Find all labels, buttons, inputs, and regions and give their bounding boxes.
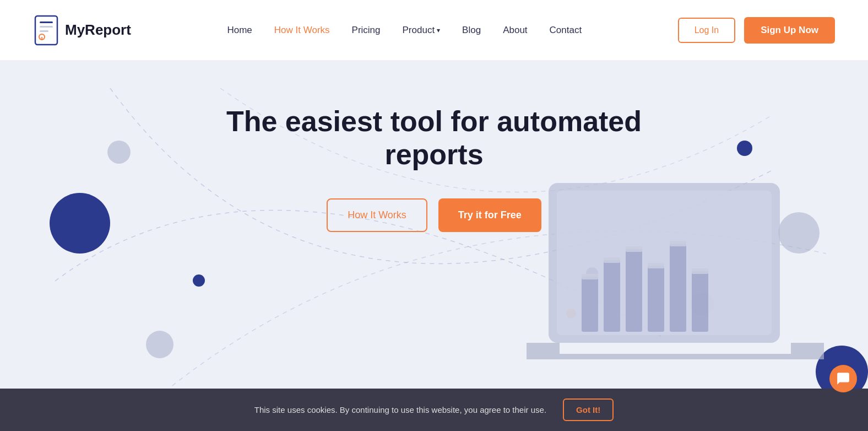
hero-section: The easiest tool for automated reports H… xyxy=(0,61,868,398)
cookie-banner: This site uses cookies. By continuing to… xyxy=(0,389,868,398)
svg-rect-3 xyxy=(40,30,48,32)
svg-rect-9 xyxy=(604,260,620,332)
svg-rect-13 xyxy=(692,271,708,332)
svg-rect-15 xyxy=(604,257,620,263)
logo-text: MyReport xyxy=(65,21,131,39)
svg-rect-8 xyxy=(582,277,598,332)
svg-rect-12 xyxy=(670,244,686,332)
svg-rect-10 xyxy=(626,249,642,332)
svg-rect-19 xyxy=(692,268,708,274)
hero-cta-buttons: How It Works Try it for Free xyxy=(327,198,541,232)
nav-home[interactable]: Home xyxy=(227,25,252,36)
svg-rect-17 xyxy=(648,263,664,268)
chat-icon xyxy=(836,371,850,386)
nav-blog[interactable]: Blog xyxy=(462,25,481,36)
svg-rect-18 xyxy=(670,241,686,246)
deco-circle-4 xyxy=(146,331,173,358)
hero-title: The easiest tool for automated reports xyxy=(208,105,660,171)
device-svg xyxy=(516,177,835,398)
nav-about[interactable]: About xyxy=(503,25,527,36)
svg-rect-2 xyxy=(40,26,53,28)
nav-contact[interactable]: Contact xyxy=(550,25,582,36)
logo[interactable]: a MyReport xyxy=(33,15,131,46)
svg-rect-16 xyxy=(626,246,642,252)
svg-rect-1 xyxy=(40,21,53,23)
main-nav: Home How It Works Pricing Product ▾ Blog… xyxy=(227,25,582,36)
deco-circle-2 xyxy=(50,193,110,254)
svg-text:a: a xyxy=(41,36,43,40)
svg-rect-14 xyxy=(582,274,598,279)
header: a MyReport Home How It Works Pricing Pro… xyxy=(0,0,868,61)
nav-pricing[interactable]: Pricing xyxy=(352,25,381,36)
how-it-works-button[interactable]: How It Works xyxy=(327,198,427,232)
signup-button[interactable]: Sign Up Now xyxy=(744,17,835,44)
nav-how-it-works[interactable]: How It Works xyxy=(274,25,330,36)
deco-circle-3 xyxy=(193,274,205,287)
logo-icon: a xyxy=(33,15,59,46)
deco-circle-1 xyxy=(107,141,131,164)
hero-device-illustration xyxy=(516,177,835,398)
nav-product[interactable]: Product ▾ xyxy=(403,25,441,36)
login-button[interactable]: Log In xyxy=(678,18,735,43)
svg-rect-11 xyxy=(648,266,664,332)
deco-circle-5 xyxy=(737,141,752,156)
header-actions: Log In Sign Up Now xyxy=(678,17,835,44)
chevron-down-icon: ▾ xyxy=(437,26,440,34)
chat-bubble-button[interactable] xyxy=(829,365,857,392)
